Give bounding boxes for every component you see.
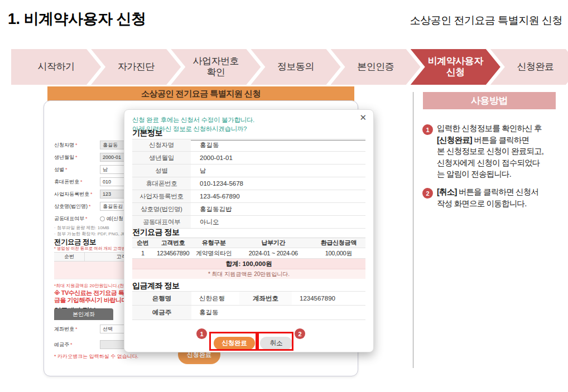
required-mark: * bbox=[90, 191, 93, 197]
instruction-text-1: 입력한 신청정보를 확인하신 후 [신청완료] 버튼을 클릭하면 본 신청정보로… bbox=[437, 123, 564, 180]
step-start: 시작하기 bbox=[11, 49, 101, 85]
required-mark: * bbox=[85, 216, 88, 221]
page-title: 1. 비계약사용자 신청 bbox=[8, 9, 146, 29]
step-business-number: 사업자번호 확인 bbox=[171, 49, 261, 85]
step-identity: 본인인증 bbox=[331, 49, 421, 85]
max-support-note: *최대 지원금액은 20만원입니다.(전기요 bbox=[54, 283, 133, 289]
required-mark: * bbox=[80, 179, 83, 185]
field-label: 신청자명* bbox=[54, 142, 100, 149]
table-row: 은행명 신한은행 계좌번호 1234567890 bbox=[132, 291, 365, 306]
field-label: 사업자등록번호* bbox=[54, 191, 100, 198]
col-seq: 순번 bbox=[54, 253, 84, 261]
usage-header: 사용방법 bbox=[423, 92, 556, 109]
fee-total-row: 합계: 100,000원 bbox=[132, 259, 365, 269]
deposit-account-table: 은행명 신한은행 계좌번호 1234567890 예금주 홍길동 bbox=[132, 291, 365, 320]
annotation-box-complete bbox=[209, 332, 257, 351]
own-account-tab[interactable]: 본인계좌 bbox=[54, 308, 113, 320]
annotation-badge-2: 2 bbox=[295, 328, 305, 339]
field-label: 상호명(법인명)* bbox=[54, 203, 100, 210]
close-icon[interactable]: ✕ bbox=[359, 113, 367, 122]
required-mark: * bbox=[75, 142, 78, 148]
required-mark: * bbox=[75, 326, 78, 332]
field-label: 계좌번호* bbox=[54, 326, 100, 333]
instruction-badge-2: 2 bbox=[422, 188, 433, 199]
table-row: 사업자등록번호123-45-67890 bbox=[132, 190, 365, 203]
fee-data-row: 1 1234567890 계약명의타인 2024-01 ~ 2024-06 10… bbox=[132, 248, 365, 259]
form-title-banner: 소상공인 전기요금 특별지원 신청 bbox=[47, 86, 354, 101]
required-mark: * bbox=[75, 154, 78, 160]
guide-page: 1. 비계약사용자 신청 소상공인 전기요금 특별지원 신청 시작하기 자가진단… bbox=[0, 0, 568, 392]
step-progress-bar: 시작하기 자가진단 사업자번호 확인 정보동의 본인인증 비계약사용자 신청 신… bbox=[11, 49, 568, 85]
attachment-note: · 첨부파일 용량 제한: 10MB bbox=[54, 225, 109, 231]
field-label: 휴대폰번호* bbox=[54, 178, 100, 186]
required-mark: * bbox=[65, 167, 68, 172]
step-complete: 신청완료 bbox=[490, 49, 568, 85]
table-row: 공동대표여부아니오 bbox=[132, 216, 365, 229]
radio-icon bbox=[100, 216, 105, 221]
fee-info-title: 전기요금 정보 bbox=[132, 228, 365, 238]
required-mark: * bbox=[70, 342, 73, 347]
step-consent: 정보동의 bbox=[251, 49, 340, 85]
page-subtitle: 소상공인 전기요금 특별지원 신청 bbox=[410, 13, 562, 28]
annotation-box-cancel bbox=[257, 332, 293, 351]
table-row: 예금주 홍길동 bbox=[132, 306, 365, 320]
field-label: 성별* bbox=[54, 166, 100, 173]
field-label: 공동대표여부* bbox=[54, 215, 100, 222]
table-row: 생년월일2000-01-01 bbox=[132, 152, 365, 164]
table-row: 상호명(법인명)홍길동김밥 bbox=[132, 203, 365, 216]
vertical-divider bbox=[413, 92, 413, 368]
attachment-ext-note: · 첨부 가능한 확장자: PDF, PNG, JPG bbox=[54, 231, 129, 237]
required-mark: * bbox=[89, 204, 91, 209]
instruction-badge-1: 1 bbox=[422, 124, 433, 135]
annotation-badge-1: 1 bbox=[196, 328, 207, 339]
fee-header-row: 순번 고객번호 유형구분 납부기간 환급신청금액 bbox=[132, 238, 365, 248]
field-label: 생년월일* bbox=[54, 154, 100, 161]
tv-fee-note-line2: 금을 기입해주시기 바랍니다. bbox=[54, 296, 129, 304]
table-row: 성별남 bbox=[132, 164, 365, 177]
basic-info-table: 신청자명홍길동 생년월일2000-01-01 성별남 휴대폰번호010-1234… bbox=[132, 139, 365, 229]
fee-max-note: * 최대 지원금액은 20만원입니다. bbox=[132, 269, 365, 279]
table-row: 신청자명홍길동 bbox=[132, 139, 365, 152]
fee-info-table: 순번 고객번호 유형구분 납부기간 환급신청금액 1 1234567890 계약… bbox=[132, 238, 365, 279]
instruction-text-2: [취소] 버튼을 클릭하면 신청서 작성 화면으로 이동합니다. bbox=[437, 186, 564, 209]
step-self-check: 자가진단 bbox=[91, 49, 181, 85]
confirm-modal: ✕ 신청 완료 후에는 신청서 수정이 불가합니다. 아래 입력하신 정보로 신… bbox=[124, 109, 374, 352]
field-label: 예금주* bbox=[54, 341, 100, 349]
table-row: 휴대폰번호010-1234-5678 bbox=[132, 177, 365, 190]
step-noncontract-apply: 비계약사용자 신청 bbox=[411, 49, 500, 85]
kakaobank-note: * 카카오뱅크는 입력하실 수 없습니다. bbox=[54, 353, 138, 360]
deposit-account-title: 입금계좌 정보 bbox=[132, 281, 365, 291]
fee-section-note: * 영업장 이전 등으로 여러 개의 고객번호를 bbox=[54, 246, 134, 251]
